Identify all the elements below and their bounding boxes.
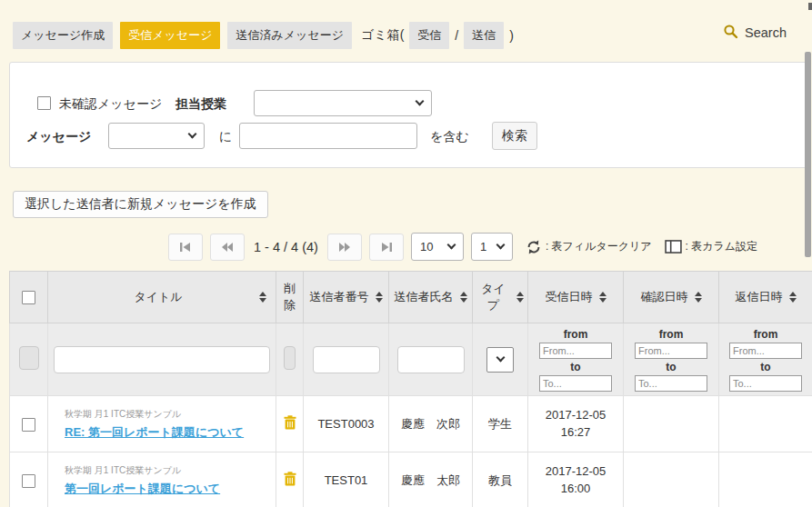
received-time: 16:27 [528,424,623,442]
header-delete: 削除 [276,272,304,323]
course-label: 担当授業 [175,96,226,113]
trash-label-prefix: ゴミ箱( [361,27,404,44]
tab-trash-inbox[interactable]: 受信 [409,22,449,49]
filter-clear-label: : 表フィルタークリア [546,239,652,254]
unconfirmed-checkbox[interactable] [37,96,51,110]
column-settings-icon[interactable] [665,240,682,254]
trash-icon[interactable] [284,415,296,430]
received-to-input[interactable] [539,375,612,392]
row-title-cell: 秋学期 月1 ITC授業サンプル RE: 第一回レポート課題について [48,396,276,452]
trash-label-suffix: ) [509,28,514,43]
header-replied[interactable]: 返信日時 [719,272,812,323]
replied-from-input[interactable] [729,343,802,359]
sort-icon[interactable] [376,292,383,303]
messages-table: タイトル 削除 送信者番号 送信者氏名 タイプ [9,271,812,507]
header-sender-no[interactable]: 送信者番号 [304,272,389,323]
title-filter-input[interactable] [54,346,270,373]
particle-ni-label: に [219,129,232,145]
filter-replied-cell: from to [719,323,812,396]
row-delete-cell [276,452,304,507]
keyword-input[interactable] [239,123,417,149]
trash-icon[interactable] [284,472,296,486]
first-page-button[interactable] [168,234,203,261]
previous-page-button[interactable] [210,234,245,261]
header-sender-name-label: 送信者氏名 [395,289,454,305]
from-label: from [564,328,588,341]
trash-separator: / [455,28,458,43]
column-settings-hint: : 表カラム設定 [665,239,758,254]
tab-create-message[interactable]: メッセージ作成 [13,22,113,49]
select-all-checkbox[interactable] [22,291,35,304]
trash-group: ゴミ箱( 受信 / 送信 ) [361,22,514,49]
row-replied-cell [719,452,812,507]
row-confirmed-cell [624,396,719,452]
sort-icon[interactable] [599,292,606,303]
row-received-cell: 2017-12-05 16:27 [528,396,624,452]
replied-to-input[interactable] [729,375,802,392]
search-toggle[interactable]: Search [723,24,787,42]
row-sender-name-cell: 慶應 太郎 [389,452,473,507]
page-number-select[interactable]: 1 [471,233,513,261]
header-title[interactable]: タイトル [48,272,276,323]
header-confirmed-label: 確認日時 [641,289,688,305]
tab-trash-sent[interactable]: 送信 [464,22,504,49]
row-title-cell: 秋学期 月1 ITC授業サンプル 第一回レポート課題について [48,452,276,507]
chevron-down-icon [188,130,197,139]
sender-no-filter-input[interactable] [313,346,380,373]
message-title-link[interactable]: RE: 第一回レポート課題について [65,425,244,439]
message-title-link[interactable]: 第一回レポート課題について [65,482,220,495]
filter-delete-cell [276,323,304,396]
received-date: 2017-12-05 [528,407,623,424]
sender-name-filter-input[interactable] [397,346,465,373]
header-select-all[interactable] [10,272,48,323]
first-page-icon [179,242,192,253]
row-sender-name-cell: 慶應 次郎 [389,396,473,452]
vertical-scrollbar-thumb[interactable] [805,52,811,257]
confirmed-from-input[interactable] [635,343,707,359]
top-tab-bar: メッセージ作成 受信メッセージ 送信済みメッセージ ゴミ箱( 受信 / 送信 ) [0,0,812,49]
refresh-icon[interactable] [526,239,542,255]
filter-checkbox-cell [10,323,48,396]
header-replied-label: 返信日時 [736,289,783,305]
filter-search-button[interactable]: 検索 [492,122,537,150]
sort-icon[interactable] [695,292,702,303]
filter-type-cell [473,323,528,396]
header-title-label: タイトル [57,289,259,305]
row-checkbox[interactable] [22,418,35,432]
tab-inbox-messages[interactable]: 受信メッセージ [120,22,220,49]
row-sender-no-cell: TEST0003 [304,396,389,452]
header-type[interactable]: タイプ [473,272,528,323]
last-page-icon [380,242,393,253]
row-type-cell: 教員 [473,452,528,507]
page-size-value: 10 [420,240,433,254]
header-confirmed[interactable]: 確認日時 [624,272,719,323]
filter-confirmed-cell: from to [624,323,719,396]
to-label: to [666,361,676,373]
header-sender-name[interactable]: 送信者氏名 [389,272,473,323]
course-select[interactable] [254,90,432,116]
pagination-range-label: 1 - 4 / 4 (4) [254,240,318,254]
last-page-button[interactable] [369,234,404,261]
sort-icon[interactable] [259,292,266,303]
sort-icon[interactable] [789,292,797,303]
table-filter-row: from to from to from to [10,323,812,396]
tab-sent-messages[interactable]: 送信済みメッセージ [227,22,352,49]
filter-panel: 未確認メッセージ 担当授業 メッセージ に を含む 検索 [9,62,807,168]
next-page-icon [338,242,351,253]
new-message-to-selected-button[interactable]: 選択した送信者に新規メッセージを作成 [13,191,268,218]
header-type-label: タイプ [476,281,510,313]
page-size-select[interactable]: 10 [411,233,464,261]
next-page-button[interactable] [327,234,362,261]
row-checkbox[interactable] [22,474,35,488]
header-received[interactable]: 受信日時 [528,272,624,323]
sort-icon[interactable] [516,292,524,303]
from-label: from [659,328,684,341]
sort-icon[interactable] [460,292,467,303]
message-field-select[interactable] [108,123,205,149]
received-from-input[interactable] [539,343,612,359]
type-filter-select[interactable] [486,347,514,373]
chevron-down-icon [496,241,505,250]
header-delete-label: 削除 [280,281,299,313]
confirmed-to-input[interactable] [635,375,707,392]
message-label: メッセージ [26,129,91,145]
